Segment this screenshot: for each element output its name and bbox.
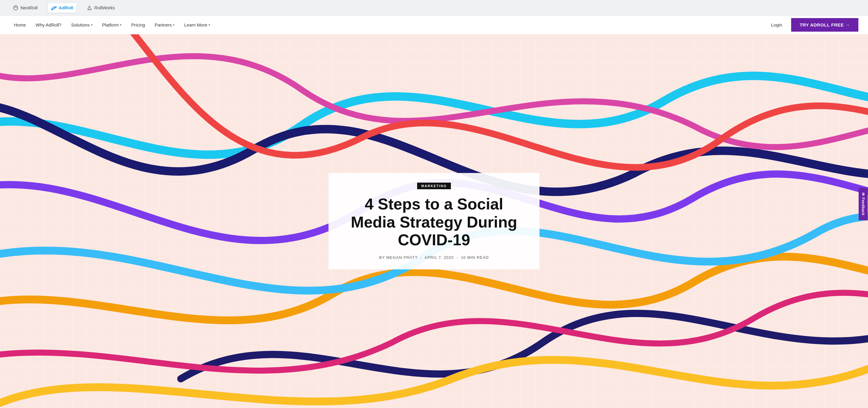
brand-rollworks-label: RollWorks — [94, 5, 115, 10]
feedback-label: Feedback — [861, 198, 865, 215]
brand-nextroll-label: NextRoll — [21, 5, 38, 10]
rollworks-icon — [87, 5, 93, 11]
feedback-icon: ✉ — [861, 193, 865, 196]
hero-section: MARKETING 4 Steps to a Social Media Stra… — [0, 34, 868, 408]
nav-learn-more[interactable]: Learn More ▾ — [180, 20, 214, 30]
feedback-tab[interactable]: ✉ Feedback — [859, 188, 868, 220]
nav-why-adroll[interactable]: Why AdRoll? — [31, 20, 66, 30]
hero-date: APRIL 7, 2020 — [424, 255, 454, 260]
nav-pricing[interactable]: Pricing — [127, 20, 149, 30]
nav-platform[interactable]: Platform ▾ — [98, 20, 126, 30]
learn-more-chevron-icon: ▾ — [209, 23, 210, 27]
brand-rollworks[interactable]: RollWorks — [84, 3, 118, 13]
brand-adroll[interactable]: AdRoll — [48, 3, 76, 13]
nav-partners[interactable]: Partners ▾ — [150, 20, 179, 30]
adroll-icon — [51, 5, 57, 11]
hero-separator-2: - — [455, 255, 461, 260]
partners-chevron-icon: ▾ — [173, 23, 175, 27]
hero-content: MARKETING 4 Steps to a Social Media Stra… — [329, 173, 539, 270]
hero-meta: BY MEGAN PRATT - APRIL 7, 2020 - 10 MIN … — [341, 255, 527, 260]
hero-author: BY MEGAN PRATT — [379, 255, 417, 260]
solutions-chevron-icon: ▾ — [91, 23, 93, 27]
brand-adroll-label: AdRoll — [59, 5, 73, 10]
nav-links: Home Why AdRoll? Solutions ▾ Platform ▾ … — [10, 20, 767, 30]
nav-home[interactable]: Home — [10, 20, 30, 30]
nav-bar: Home Why AdRoll? Solutions ▾ Platform ▾ … — [0, 16, 868, 34]
nextroll-icon — [13, 5, 19, 11]
nav-actions: Login TRY ADROLL FREE → — [767, 18, 858, 32]
platform-chevron-icon: ▾ — [120, 23, 121, 27]
hero-read-time: 10 MIN READ — [461, 255, 489, 260]
hero-separator-1: - — [419, 255, 424, 260]
hero-title: 4 Steps to a Social Media Strategy Durin… — [341, 195, 527, 249]
nav-solutions[interactable]: Solutions ▾ — [67, 20, 97, 30]
hero-category-badge: MARKETING — [417, 183, 451, 189]
login-link[interactable]: Login — [767, 20, 786, 30]
brand-nextroll[interactable]: NextRoll — [10, 3, 41, 13]
try-adroll-free-button[interactable]: TRY ADROLL FREE → — [791, 18, 858, 32]
brand-bar: NextRoll AdRoll RollWorks — [0, 0, 868, 16]
svg-marker-1 — [88, 6, 91, 10]
svg-point-0 — [13, 6, 18, 10]
